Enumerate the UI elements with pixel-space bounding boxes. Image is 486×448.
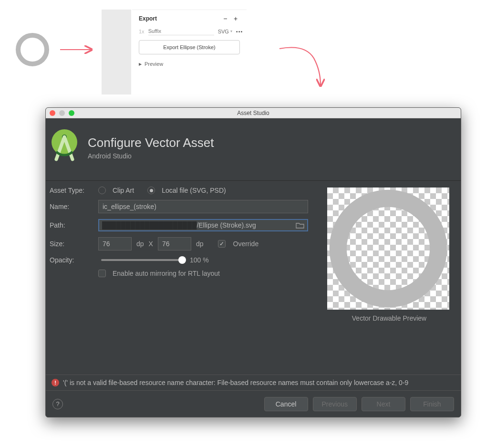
path-label: Path: <box>50 221 93 229</box>
radio-localfile[interactable] <box>147 187 155 194</box>
next-button: Next <box>362 397 405 411</box>
rtl-label[interactable]: Enable auto mirroring for RTL layout <box>113 270 220 277</box>
preview-ellipse-icon <box>329 189 448 308</box>
export-remove-icon[interactable]: − <box>221 15 229 22</box>
android-studio-logo-icon <box>50 129 79 166</box>
radio-localfile-label[interactable]: Local file (SVG, PSD) <box>162 187 226 194</box>
arrow-icon-right <box>59 44 96 55</box>
path-input-wrapper[interactable]: ████████████████████ <box>98 219 308 231</box>
size-separator: X <box>149 240 153 248</box>
dialog-title: Configure Vector Asset <box>88 135 214 150</box>
name-input[interactable] <box>98 200 308 213</box>
path-obscured-prefix: ████████████████████ <box>102 221 196 229</box>
export-title: Export <box>139 15 157 22</box>
opacity-slider-thumb[interactable] <box>178 256 186 264</box>
export-format-dropdown[interactable]: SVG ▾ <box>218 29 232 34</box>
dialog-subtitle: Android Studio <box>88 152 214 160</box>
figma-export-area: Export − + 1x SVG ▾ ••• Export Ellipse (… <box>0 0 486 107</box>
radio-clipart[interactable] <box>98 187 106 194</box>
opacity-label: Opacity: <box>50 256 93 264</box>
asset-studio-dialog: Asset Studio Configure Vector Asset Andr… <box>45 107 461 417</box>
export-scale[interactable]: 1x <box>139 29 145 34</box>
export-suffix-input[interactable] <box>148 27 214 35</box>
override-label[interactable]: Override <box>233 240 259 248</box>
arrow-icon-curve-down <box>277 39 329 92</box>
asset-type-label: Asset Type: <box>50 187 93 194</box>
radio-clipart-label[interactable]: Clip Art <box>113 187 134 194</box>
name-label: Name: <box>50 203 93 210</box>
path-input[interactable] <box>196 221 293 229</box>
export-preview-label: Preview <box>145 61 163 67</box>
size-label: Size: <box>50 240 93 248</box>
previous-button: Previous <box>313 397 357 411</box>
dialog-banner: Configure Vector Asset Android Studio <box>46 118 461 181</box>
unit-dp-2: dp <box>196 240 204 248</box>
size-height-input[interactable] <box>158 237 191 250</box>
error-text: '(' is not a valid file-based resource n… <box>63 379 408 386</box>
export-format-label: SVG <box>218 29 229 34</box>
error-message-bar: ! '(' is not a valid file-based resource… <box>46 375 461 390</box>
export-button[interactable]: Export Ellipse (Stroke) <box>139 40 240 54</box>
chevron-down-icon: ▾ <box>230 29 232 33</box>
export-add-icon[interactable]: + <box>231 15 240 22</box>
opacity-value: 100 % <box>190 256 209 264</box>
source-ellipse-preview <box>14 31 51 68</box>
export-preview-toggle[interactable]: ▶ Preview <box>139 61 240 67</box>
finish-button: Finish <box>410 397 454 411</box>
vector-preview-pane: Vector Drawable Preview <box>327 188 451 322</box>
dialog-footer: ? Cancel Previous Next Finish <box>46 390 461 417</box>
override-checkbox[interactable] <box>218 240 226 248</box>
svg-point-2 <box>52 129 77 155</box>
size-width-input[interactable] <box>98 237 132 250</box>
folder-open-icon[interactable] <box>296 222 304 229</box>
unit-dp-1: dp <box>136 240 144 248</box>
export-more-icon[interactable]: ••• <box>236 29 243 34</box>
svg-point-0 <box>18 35 47 64</box>
caret-right-icon: ▶ <box>139 62 142 66</box>
window-titlebar: Asset Studio <box>46 108 461 118</box>
svg-point-4 <box>338 198 439 299</box>
preview-caption: Vector Drawable Preview <box>327 314 451 322</box>
error-icon: ! <box>52 379 59 386</box>
dialog-form: Asset Type: Clip Art Local file (SVG, PS… <box>50 187 313 322</box>
rtl-checkbox[interactable] <box>98 270 106 277</box>
window-title: Asset Studio <box>46 110 461 116</box>
figma-export-panel: Export − + 1x SVG ▾ ••• Export Ellipse (… <box>132 10 247 71</box>
figma-right-rail-placeholder <box>102 10 131 94</box>
help-button[interactable]: ? <box>52 399 63 409</box>
vector-preview-canvas <box>327 188 449 310</box>
cancel-button[interactable]: Cancel <box>264 397 308 411</box>
opacity-slider[interactable] <box>101 259 182 261</box>
